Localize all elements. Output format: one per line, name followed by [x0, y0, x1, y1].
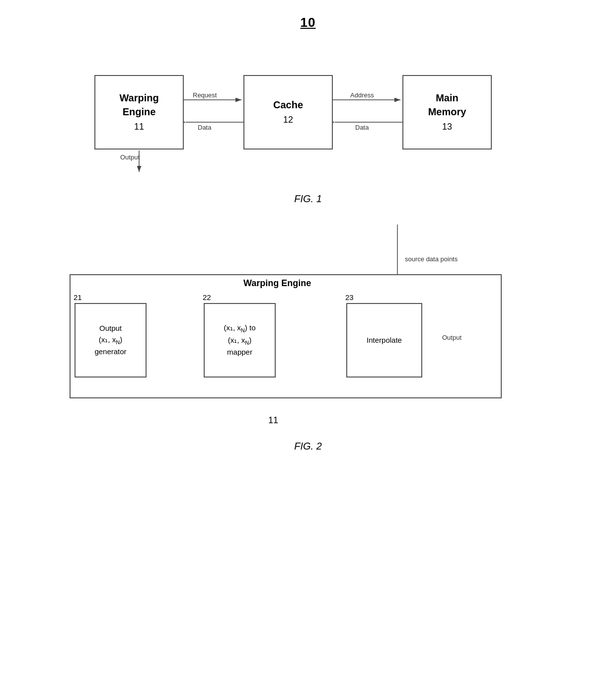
- fig1-title: 10: [301, 15, 316, 30]
- output-label-fig1: Output: [120, 153, 140, 161]
- fig2-diagram: source data points Warping Engine 21 Out…: [60, 225, 556, 423]
- block22-num: 22: [203, 293, 211, 302]
- warping-engine-block: WarpingEngine 11: [94, 75, 184, 150]
- block21-num: 21: [74, 293, 82, 302]
- request-label: Request: [193, 91, 217, 99]
- fig1-diagram: Request Data Address Data Output Warping…: [84, 45, 532, 184]
- fig1-caption: FIG. 1: [294, 193, 322, 205]
- address-label: Address: [350, 91, 374, 99]
- fig2-caption: FIG. 2: [294, 441, 322, 452]
- cache-block: Cache 12: [243, 75, 333, 150]
- block23-num: 23: [345, 293, 354, 302]
- fig2-outer-num: 11: [268, 415, 278, 426]
- interpolate-block: Interpolate: [346, 303, 422, 378]
- source-data-label: source data points: [405, 255, 458, 263]
- fig1-section: 10: [10, 15, 606, 205]
- warping-engine-title: Warping Engine: [243, 278, 311, 289]
- output-generator-block: Output(x₁, xN)generator: [75, 303, 147, 378]
- output-arrow-label: Output: [442, 334, 462, 341]
- main-memory-block: MainMemory 13: [402, 75, 492, 150]
- data-label-2: Data: [355, 124, 369, 131]
- data-label-1: Data: [198, 124, 211, 131]
- mapper-block: (x₁, xN) to(x₁, xN)mapper: [204, 303, 276, 378]
- fig2-section: source data points Warping Engine 21 Out…: [10, 225, 606, 452]
